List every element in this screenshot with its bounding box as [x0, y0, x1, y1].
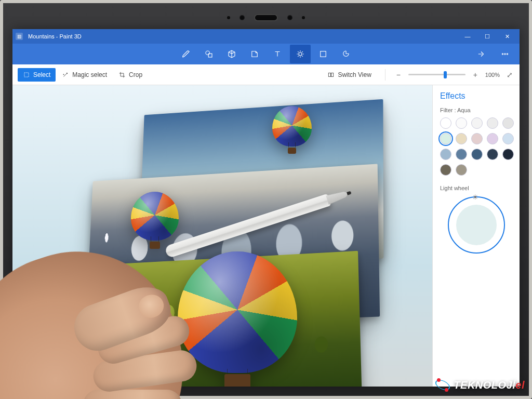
- toolbar-divider: [385, 69, 385, 81]
- mic-hole: [287, 15, 292, 20]
- filter-swatch[interactable]: [456, 164, 467, 176]
- windows-hello-camera: [254, 14, 278, 21]
- filter-swatch[interactable]: [471, 133, 483, 144]
- svg-rect-8: [329, 73, 331, 76]
- filter-swatches: [440, 117, 512, 176]
- zoom-thumb[interactable]: [444, 71, 447, 78]
- close-button[interactable]: ✕: [498, 31, 516, 42]
- svg-point-5: [504, 54, 506, 55]
- text-mode[interactable]: [267, 45, 288, 63]
- balloon-near[interactable]: [178, 251, 297, 387]
- crop-icon: [118, 71, 126, 78]
- crop-label: Crop: [129, 71, 142, 78]
- camera-bar: [3, 8, 529, 27]
- watermark: TEKNOLOJİel: [435, 377, 525, 393]
- light-sensor: [302, 16, 305, 19]
- filter-swatch[interactable]: [456, 117, 467, 129]
- filter-swatch[interactable]: [440, 117, 451, 129]
- 3d-shapes-mode[interactable]: [221, 45, 242, 63]
- workspace: Effects Filter : Aqua Light wheel ☀: [12, 85, 520, 387]
- svg-point-2: [299, 52, 302, 56]
- tablet-bezel: ▥ Mountains - Paint 3D — ☐ ✕: [0, 0, 532, 399]
- maximize-button[interactable]: ☐: [478, 31, 497, 42]
- window-title: Mountains - Paint 3D: [28, 33, 82, 39]
- svg-point-4: [502, 54, 503, 55]
- light-wheel[interactable]: ☀: [448, 196, 505, 254]
- brushes-mode[interactable]: [176, 45, 196, 63]
- filter-swatch[interactable]: [456, 149, 467, 160]
- app-menu-icon[interactable]: ▥: [16, 33, 23, 40]
- filter-swatch[interactable]: [502, 149, 514, 160]
- effects-panel: Effects Filter : Aqua Light wheel ☀: [432, 85, 520, 387]
- more-button[interactable]: [495, 45, 515, 63]
- switch-view-icon: [327, 71, 335, 78]
- minimize-button[interactable]: —: [458, 31, 477, 42]
- filter-swatch[interactable]: [502, 117, 514, 129]
- svg-rect-7: [24, 72, 29, 76]
- mode-bar: [12, 44, 520, 64]
- filter-swatch[interactable]: [440, 149, 451, 160]
- light-wheel-inner: [456, 205, 497, 245]
- effects-mode[interactable]: [290, 45, 311, 63]
- canvas-mode[interactable]: [313, 45, 334, 63]
- zoom-value: 100%: [485, 72, 500, 78]
- select-tool[interactable]: Select: [18, 68, 56, 82]
- magic-select-tool[interactable]: Magic select: [57, 68, 112, 82]
- select-label: Select: [33, 71, 50, 78]
- 2d-shapes-mode[interactable]: [198, 45, 219, 63]
- zoom-in-button[interactable]: +: [471, 70, 480, 79]
- filter-label: Filter : Aqua: [440, 107, 512, 113]
- balloon-far[interactable]: [272, 106, 312, 158]
- filter-swatch[interactable]: [487, 149, 498, 160]
- paint3d-window: ▥ Mountains - Paint 3D — ☐ ✕: [12, 29, 520, 387]
- crop-tool[interactable]: Crop: [113, 68, 148, 82]
- front-camera: [240, 15, 245, 20]
- window-controls: — ☐ ✕: [458, 31, 516, 42]
- filter-swatch[interactable]: [440, 133, 451, 144]
- sun-icon[interactable]: ☀: [472, 193, 481, 202]
- switch-view-button[interactable]: Switch View: [322, 68, 376, 82]
- filter-swatch[interactable]: [471, 117, 483, 129]
- remix-button[interactable]: [471, 45, 491, 63]
- svg-point-0: [206, 51, 210, 55]
- insert-mode[interactable]: [336, 45, 356, 63]
- stickers-mode[interactable]: [244, 45, 265, 63]
- magic-select-icon: [62, 71, 69, 78]
- filter-swatch[interactable]: [487, 117, 498, 129]
- watermark-text: TEKNOLOJİel: [454, 379, 525, 391]
- svg-rect-9: [331, 73, 334, 76]
- ir-sensor: [227, 16, 230, 19]
- filter-swatch[interactable]: [456, 133, 467, 144]
- watermark-logo-icon: [435, 377, 450, 393]
- select-icon: [23, 71, 30, 78]
- svg-rect-3: [321, 51, 326, 57]
- tool-bar: Select Magic select Crop Switch View −: [12, 64, 520, 85]
- light-wheel-label: Light wheel: [440, 185, 512, 191]
- effects-title: Effects: [440, 91, 512, 101]
- zoom-out-button[interactable]: −: [394, 70, 403, 79]
- filter-swatch[interactable]: [440, 164, 451, 176]
- zoom-slider[interactable]: [408, 74, 466, 75]
- magic-select-label: Magic select: [72, 71, 107, 78]
- filter-swatch[interactable]: [471, 149, 483, 160]
- filter-swatch[interactable]: [502, 133, 514, 144]
- svg-point-6: [507, 54, 508, 55]
- filter-swatch[interactable]: [487, 133, 498, 144]
- title-bar: ▥ Mountains - Paint 3D — ☐ ✕: [12, 29, 520, 44]
- switch-view-label: Switch View: [338, 71, 371, 78]
- fit-screen-button[interactable]: ⤢: [505, 70, 514, 79]
